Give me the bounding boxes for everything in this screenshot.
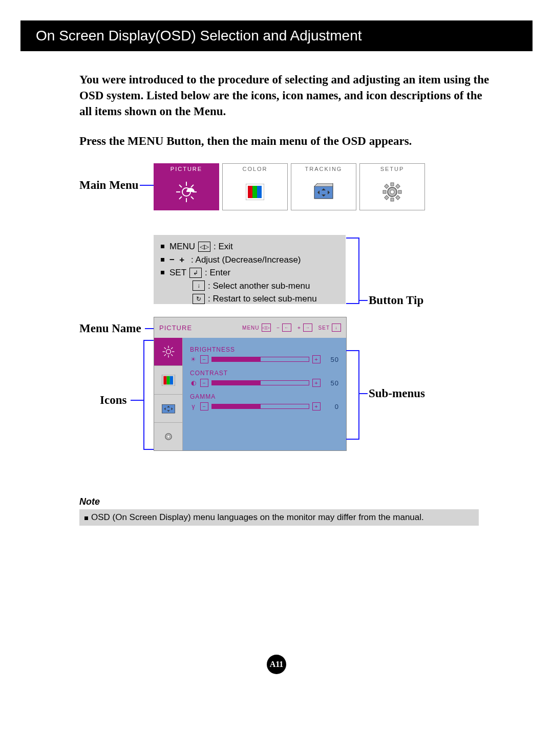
connector: [145, 328, 154, 329]
tab-label: PICTURE: [171, 166, 202, 174]
svg-rect-38: [163, 376, 166, 384]
page-number: A11: [267, 655, 286, 674]
gamma-symbol-icon: γ: [190, 403, 197, 410]
svg-line-8: [191, 185, 194, 187]
tip-menu-desc: : Exit: [214, 240, 233, 253]
connector: [143, 340, 154, 341]
restart-key-icon: ↻: [193, 294, 205, 304]
tip-menu: MENU: [169, 240, 195, 253]
brightness-symbol-icon: ☀: [190, 356, 197, 363]
tip-set: SET: [169, 266, 186, 279]
svg-line-6: [191, 197, 194, 199]
connector: [358, 393, 368, 394]
svg-rect-13: [314, 186, 333, 199]
svg-point-47: [167, 435, 169, 438]
sub-label: GAMMA: [190, 393, 339, 400]
down-key-icon: ↓: [193, 280, 205, 291]
osd-panel: PICTURE MENU◁▷ −← +→ SET↓ BRIGHTNESS ☀−+…: [154, 317, 347, 451]
minus-button[interactable]: −: [200, 379, 208, 387]
minus-button[interactable]: −: [200, 355, 208, 363]
plus-button[interactable]: +: [312, 402, 321, 411]
note-section: Note OSD (On Screen Display) menu langua…: [79, 496, 479, 526]
connector: [131, 400, 143, 401]
value: 50: [324, 356, 339, 363]
value: 50: [324, 379, 339, 387]
label-icons: Icons: [100, 394, 126, 407]
svg-rect-21: [391, 198, 394, 201]
svg-rect-23: [398, 190, 401, 193]
slider[interactable]: [211, 357, 309, 362]
gear-icon: [360, 174, 424, 210]
connector: [346, 303, 358, 304]
tab-label: SETUP: [380, 166, 405, 174]
svg-rect-27: [396, 184, 400, 188]
value: 0: [324, 403, 339, 411]
svg-line-35: [164, 354, 165, 356]
svg-rect-24: [385, 184, 389, 188]
menu-key-icon: ◁▷: [198, 242, 210, 252]
svg-line-34: [171, 354, 173, 356]
brightness-icon: [154, 174, 219, 210]
osd-icon-column: [154, 338, 183, 450]
svg-line-7: [179, 197, 182, 199]
connector: [358, 350, 359, 440]
note-body: OSD (On Screen Display) menu languages o…: [79, 509, 479, 526]
connector: [140, 185, 154, 186]
slider[interactable]: [211, 404, 309, 409]
svg-rect-20: [391, 183, 394, 186]
connector: [143, 449, 154, 450]
intro-text: You were introduced to the procedure of …: [79, 72, 492, 119]
tab-tracking[interactable]: TRACKING: [291, 163, 356, 210]
osd-title-bar: PICTURE MENU◁▷ −← +→ SET↓: [154, 317, 346, 338]
connector: [346, 439, 358, 440]
svg-rect-11: [252, 186, 257, 198]
note-text: OSD (On Screen Display) menu languages o…: [91, 512, 424, 522]
svg-rect-25: [396, 196, 400, 200]
connector: [358, 300, 368, 301]
color-bars-icon: [223, 174, 287, 210]
svg-point-19: [390, 190, 394, 194]
contrast-symbol-icon: ◐: [190, 379, 197, 386]
sub-contrast[interactable]: CONTRAST ◐−+50: [190, 370, 339, 387]
osd-icon-setup[interactable]: [154, 423, 182, 450]
connector: [346, 237, 358, 239]
svg-rect-10: [248, 186, 252, 198]
svg-rect-39: [166, 376, 169, 384]
tab-picture[interactable]: PICTURE: [154, 163, 219, 210]
tab-color[interactable]: COLOR: [222, 163, 288, 210]
svg-rect-41: [162, 404, 175, 413]
sub-label: BRIGHTNESS: [190, 346, 339, 353]
osd-icon-color[interactable]: [154, 366, 182, 394]
enter-key-icon: ↲: [189, 268, 202, 278]
osd-hint: MENU◁▷ −← +→ SET↓: [242, 323, 341, 332]
osd-icon-tracking[interactable]: [154, 395, 182, 423]
button-tip-box: MENU ◁▷ : Exit − + : Adjust (Decrease/In…: [154, 235, 346, 304]
note-heading: Note: [79, 496, 479, 507]
tab-label: COLOR: [242, 166, 267, 174]
tip-set-desc: : Enter: [205, 266, 230, 279]
tip-down-desc: : Select another sub-menu: [208, 279, 310, 293]
tracking-icon: [291, 174, 356, 210]
tab-setup[interactable]: SETUP: [359, 163, 425, 210]
plus-button[interactable]: +: [312, 355, 321, 363]
plus-button[interactable]: +: [312, 379, 321, 387]
tip-restart-desc: : Restart to select sub-menu: [208, 292, 317, 306]
label-sub-menus: Sub-menus: [369, 387, 425, 400]
minus-button[interactable]: −: [200, 402, 208, 411]
osd-title: PICTURE: [159, 324, 192, 332]
svg-rect-40: [169, 376, 173, 384]
osd-sub-pane: BRIGHTNESS ☀−+50 CONTRAST ◐−+50 GAMMA γ−…: [183, 338, 346, 450]
sub-label: CONTRAST: [190, 370, 339, 377]
sub-brightness[interactable]: BRIGHTNESS ☀−+50: [190, 346, 339, 363]
tip-adjust-desc: : Adjust (Decrease/Increase): [191, 253, 301, 267]
osd-icon-picture[interactable]: [154, 338, 182, 366]
sub-gamma[interactable]: GAMMA γ−+0: [190, 393, 339, 411]
connector: [358, 237, 359, 304]
osd-diagram: Main Menu PICTURE COLOR TRACKING SETUP: [0, 163, 553, 496]
label-main-menu: Main Menu: [79, 179, 139, 192]
instruction-text: Press the MENU Button, then the main men…: [79, 135, 492, 148]
svg-rect-22: [383, 190, 386, 193]
slider[interactable]: [211, 380, 309, 385]
page-header: On Screen Display(OSD) Selection and Adj…: [20, 20, 533, 51]
label-button-tip: Button Tip: [369, 294, 423, 307]
